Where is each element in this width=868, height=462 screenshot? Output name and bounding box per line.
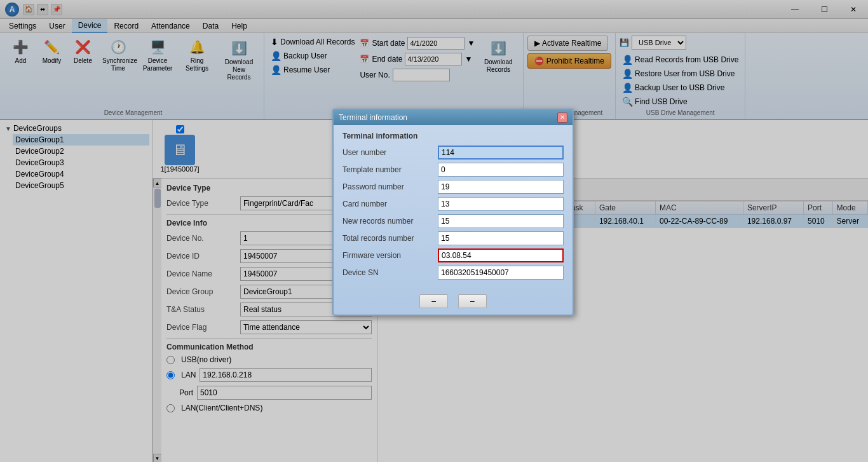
modal-card-number-row: Card number — [342, 197, 564, 211]
modal-device-sn-row: Device SN — [342, 266, 564, 280]
modal-section-title: Terminal information — [342, 132, 564, 140]
modal-firmware-version-row: Firmware version — [342, 248, 564, 262]
modal-firmware-version-input[interactable] — [438, 248, 564, 262]
modal-user-number-label: User number — [342, 148, 438, 157]
modal-password-number-label: Password number — [342, 182, 438, 191]
modal-title-bar: Terminal information ✕ — [334, 110, 573, 125]
modal-new-records-label: New records number — [342, 217, 438, 226]
modal-new-records-row: New records number — [342, 214, 564, 228]
modal-title: Terminal information — [339, 113, 407, 122]
modal-body: Terminal information User number Templat… — [334, 125, 573, 289]
modal-template-number-input[interactable] — [438, 163, 564, 177]
modal-user-number-input[interactable] — [438, 146, 564, 160]
modal-total-records-input[interactable] — [438, 231, 564, 245]
modal-user-number-row: User number — [342, 146, 564, 160]
modal-template-number-label: Template number — [342, 165, 438, 174]
modal-footer: – – — [334, 289, 573, 315]
modal-password-number-row: Password number — [342, 180, 564, 194]
modal-footer-btn-2[interactable]: – — [458, 294, 487, 308]
modal-total-records-row: Total records number — [342, 231, 564, 245]
modal-template-number-row: Template number — [342, 163, 564, 177]
terminal-info-modal: Terminal information ✕ Terminal informat… — [332, 109, 574, 316]
modal-card-number-input[interactable] — [438, 197, 564, 211]
modal-close-button[interactable]: ✕ — [557, 112, 567, 123]
modal-device-sn-label: Device SN — [342, 268, 438, 277]
modal-footer-btn-1[interactable]: – — [419, 294, 448, 308]
modal-device-sn-input[interactable] — [438, 266, 564, 280]
modal-card-number-label: Card number — [342, 200, 438, 208]
modal-total-records-label: Total records number — [342, 234, 438, 243]
modal-password-number-input[interactable] — [438, 180, 564, 194]
modal-new-records-input[interactable] — [438, 214, 564, 228]
modal-firmware-version-label: Firmware version — [342, 251, 438, 260]
modal-overlay: Terminal information ✕ Terminal informat… — [0, 0, 868, 462]
